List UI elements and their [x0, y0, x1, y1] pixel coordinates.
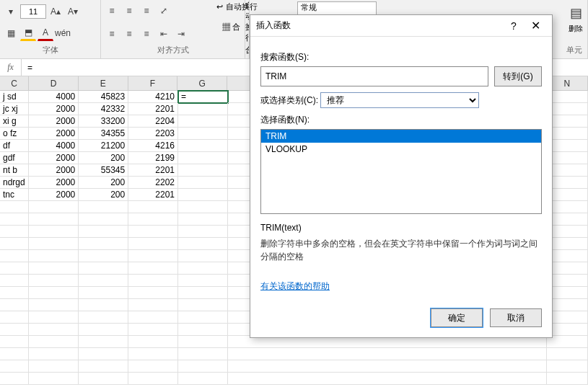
fill-color-icon[interactable]: ⬒: [20, 25, 36, 41]
cell[interactable]: 2000: [29, 103, 79, 115]
cell[interactable]: [178, 226, 228, 238]
cell[interactable]: [79, 250, 128, 262]
font-dropdown-chevron-icon[interactable]: ▾: [3, 4, 19, 19]
cell[interactable]: 2000: [29, 152, 79, 164]
cell[interactable]: [0, 226, 29, 238]
cell[interactable]: [79, 226, 128, 238]
cell[interactable]: [178, 275, 228, 287]
search-input[interactable]: [260, 66, 488, 86]
cell[interactable]: [128, 299, 178, 311]
cell[interactable]: [547, 299, 588, 311]
font-size-input[interactable]: [20, 4, 46, 19]
cell[interactable]: [178, 250, 228, 262]
cell[interactable]: [29, 250, 79, 262]
help-button[interactable]: ?: [503, 17, 525, 35]
column-header[interactable]: N: [547, 76, 588, 90]
cell[interactable]: [547, 128, 588, 140]
cell[interactable]: [547, 275, 588, 287]
cell[interactable]: 2000: [29, 164, 79, 177]
cell[interactable]: [547, 226, 588, 238]
cell[interactable]: [547, 262, 588, 275]
increase-indent-icon[interactable]: ⇥: [173, 26, 189, 42]
cell[interactable]: [0, 299, 29, 311]
cell[interactable]: 2000: [29, 115, 79, 128]
cell[interactable]: [128, 213, 178, 226]
cell[interactable]: [228, 360, 547, 373]
cell[interactable]: [0, 373, 29, 385]
cell[interactable]: xi g: [0, 115, 29, 128]
cell[interactable]: [0, 213, 29, 226]
merge-button[interactable]: 合: [245, 45, 249, 55]
dialog-titlebar[interactable]: 插入函数 ? ✕: [250, 15, 552, 37]
cell[interactable]: [29, 348, 79, 360]
cell[interactable]: 2201: [128, 103, 178, 115]
cell[interactable]: 4210: [128, 91, 178, 103]
column-header[interactable]: F: [128, 76, 178, 90]
cancel-button[interactable]: 取消: [490, 308, 542, 327]
close-button[interactable]: ✕: [525, 17, 546, 35]
cell[interactable]: [178, 152, 228, 164]
cell[interactable]: 4000: [29, 91, 79, 103]
cell[interactable]: [547, 324, 588, 336]
cell[interactable]: [178, 262, 228, 275]
column-header[interactable]: D: [29, 76, 79, 90]
cell[interactable]: [0, 336, 29, 348]
cell[interactable]: 2204: [128, 115, 178, 128]
cell[interactable]: [547, 336, 588, 348]
cell[interactable]: 2201: [128, 164, 178, 177]
phonetic-icon[interactable]: wén: [55, 25, 71, 41]
cell[interactable]: [128, 238, 178, 250]
cell[interactable]: [0, 250, 29, 262]
cell[interactable]: [128, 262, 178, 275]
cell[interactable]: [79, 238, 128, 250]
cell[interactable]: [128, 373, 178, 385]
cell[interactable]: [128, 311, 178, 324]
cell[interactable]: [29, 336, 79, 348]
function-list[interactable]: TRIMVLOOKUP: [260, 129, 542, 214]
cell[interactable]: [29, 311, 79, 324]
column-header[interactable]: G: [177, 76, 227, 90]
align-left-icon[interactable]: ≡: [104, 26, 120, 42]
cell[interactable]: j sd: [0, 91, 29, 103]
cell[interactable]: 2199: [128, 152, 178, 164]
cell[interactable]: [29, 201, 79, 213]
cell[interactable]: 33200: [79, 115, 128, 128]
align-middle-icon[interactable]: ≡: [121, 3, 137, 19]
cell[interactable]: [178, 311, 228, 324]
cell[interactable]: [128, 226, 178, 238]
cell[interactable]: [178, 324, 228, 336]
cell[interactable]: [29, 226, 79, 238]
cell[interactable]: [79, 262, 128, 275]
cell[interactable]: [178, 103, 228, 115]
cell[interactable]: [547, 287, 588, 299]
cell[interactable]: [79, 324, 128, 336]
cell[interactable]: [178, 115, 228, 128]
cell[interactable]: 200: [79, 189, 128, 201]
cell[interactable]: [178, 213, 228, 226]
cell[interactable]: [178, 140, 228, 152]
cell[interactable]: [29, 287, 79, 299]
cell[interactable]: 2000: [29, 189, 79, 201]
cell[interactable]: 55345: [79, 164, 128, 177]
goto-button[interactable]: 转到(G): [494, 66, 542, 86]
cell[interactable]: [79, 311, 128, 324]
fx-icon[interactable]: fx: [0, 59, 22, 76]
font-color-icon[interactable]: A: [38, 25, 53, 41]
column-header[interactable]: C: [0, 76, 29, 90]
cell[interactable]: ndrgd: [0, 177, 29, 189]
cell[interactable]: [178, 128, 228, 140]
cell[interactable]: [547, 164, 588, 177]
cell[interactable]: [547, 311, 588, 324]
cell[interactable]: 2202: [128, 177, 178, 189]
cell[interactable]: [228, 373, 547, 385]
cell[interactable]: 2000: [29, 128, 79, 140]
cell[interactable]: [79, 201, 128, 213]
cell[interactable]: [547, 238, 588, 250]
cell[interactable]: [79, 299, 128, 311]
cell[interactable]: [178, 360, 228, 373]
cell[interactable]: [29, 213, 79, 226]
cell[interactable]: [547, 360, 588, 373]
cell[interactable]: [0, 360, 29, 373]
cell[interactable]: [547, 177, 588, 189]
cell[interactable]: [0, 324, 29, 336]
